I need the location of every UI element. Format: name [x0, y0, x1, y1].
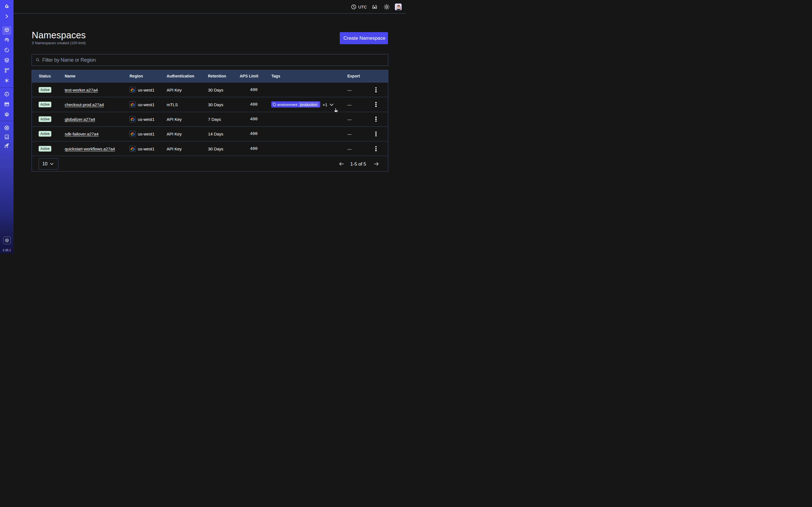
svg-text:$: $: [6, 239, 8, 242]
